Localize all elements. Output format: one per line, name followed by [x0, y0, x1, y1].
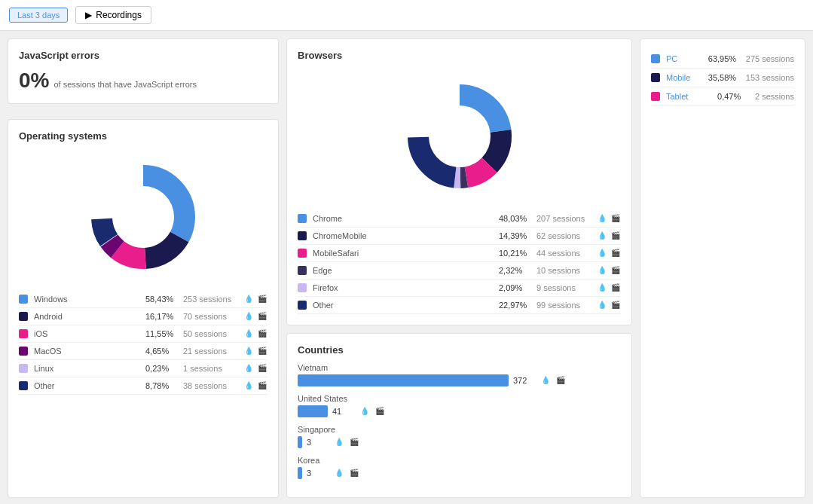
countries-panel: Countries Vietnam 372 💧 🎬 United States …	[286, 333, 632, 498]
js-errors-percent: 0%	[19, 69, 49, 93]
us-label: United States	[298, 394, 621, 403]
ios-drop-icon[interactable]: 💧	[243, 328, 254, 339]
firefox-percent: 2,09%	[499, 283, 536, 292]
firefox-color	[298, 283, 307, 292]
linux-sessions: 1 sessions	[183, 364, 243, 373]
pc-percent: 63,95%	[708, 54, 746, 63]
linux-rec-icon[interactable]: 🎬	[257, 363, 267, 374]
singapore-drop-icon[interactable]: 💧	[334, 437, 344, 447]
linux-label: Linux	[34, 364, 145, 373]
pc-color	[651, 54, 660, 63]
us-count: 41	[332, 407, 355, 416]
vietnam-bar	[298, 374, 509, 386]
chrome-color	[298, 214, 307, 223]
linux-drop-icon[interactable]: 💧	[243, 363, 254, 374]
browser-mobilesafari: MobileSafari 10,21% 44 sessions 💧 🎬	[298, 245, 621, 262]
ios-label: iOS	[34, 329, 145, 338]
android-rec-icon[interactable]: 🎬	[257, 311, 267, 322]
chromemobile-sessions: 62 sessions	[536, 231, 597, 240]
android-drop-icon[interactable]: 💧	[243, 311, 254, 322]
windows-drop-icon[interactable]: 💧	[243, 294, 254, 304]
os-other-rec-icon[interactable]: 🎬	[257, 380, 267, 391]
tablet-percent: 0,47%	[717, 92, 755, 101]
windows-icons: 💧 🎬	[243, 294, 267, 304]
countries-title: Countries	[298, 344, 621, 356]
android-icons: 💧 🎬	[243, 311, 267, 322]
mobilesafari-rec-icon[interactable]: 🎬	[610, 248, 621, 258]
country-vietnam: Vietnam 372 💧 🎬	[298, 363, 621, 386]
os-legend-item-ios: iOS 11,55% 50 sessions 💧 🎬	[19, 325, 267, 343]
edge-label: Edge	[313, 266, 499, 275]
us-rec-icon[interactable]: 🎬	[374, 406, 385, 417]
recordings-icon: ▶	[85, 10, 92, 20]
firefox-sessions: 9 sessions	[536, 283, 597, 292]
edge-sessions: 10 sessions	[536, 266, 597, 275]
korea-bar	[298, 467, 302, 479]
country-us: United States 41 💧 🎬	[298, 394, 621, 417]
macos-drop-icon[interactable]: 💧	[243, 346, 254, 356]
mobile-color	[651, 73, 660, 82]
vietnam-rec-icon[interactable]: 🎬	[555, 375, 566, 386]
svg-point-13	[431, 108, 488, 165]
singapore-count: 3	[307, 438, 329, 447]
edge-rec-icon[interactable]: 🎬	[610, 265, 621, 276]
macos-icons: 💧 🎬	[243, 346, 267, 356]
os-title: Operating systems	[19, 130, 267, 142]
time-filter-button[interactable]: Last 3 days	[9, 8, 68, 23]
os-legend: Windows 58,43% 253 sessions 💧 🎬 Android …	[19, 291, 267, 395]
macos-sessions: 21 sessions	[183, 347, 243, 356]
mobilesafari-color	[298, 249, 307, 258]
browsers-title: Browsers	[298, 50, 621, 61]
linux-percent: 0,23%	[145, 364, 183, 373]
os-other-drop-icon[interactable]: 💧	[243, 380, 254, 391]
browser-chrome: Chrome 48,03% 207 sessions 💧 🎬	[298, 210, 621, 228]
edge-drop-icon[interactable]: 💧	[597, 265, 607, 276]
device-mobile: Mobile 35,58% 153 sessions	[651, 69, 794, 87]
windows-sessions: 253 sessions	[183, 295, 243, 304]
os-panel: Operating systems W	[8, 119, 279, 498]
recordings-button[interactable]: ▶ Recordings	[75, 6, 151, 24]
windows-color	[19, 295, 28, 304]
chromemobile-rec-icon[interactable]: 🎬	[610, 231, 621, 241]
us-drop-icon[interactable]: 💧	[359, 406, 370, 417]
ios-icons: 💧 🎬	[243, 328, 267, 339]
mobilesafari-icons: 💧 🎬	[597, 248, 621, 258]
browsers-panel: Browsers Chrome 48,03%	[286, 38, 632, 325]
tablet-label: Tablet	[666, 92, 717, 101]
os-legend-item-android: Android 16,17% 70 sessions 💧 🎬	[19, 308, 267, 325]
android-sessions: 70 sessions	[183, 312, 243, 321]
chrome-rec-icon[interactable]: 🎬	[610, 213, 621, 224]
chromemobile-label: ChromeMobile	[313, 231, 499, 240]
browsers-donut-chart	[298, 69, 621, 204]
korea-drop-icon[interactable]: 💧	[334, 468, 344, 478]
singapore-bar	[298, 436, 302, 448]
firefox-drop-icon[interactable]: 💧	[597, 283, 607, 293]
korea-rec-icon[interactable]: 🎬	[349, 468, 359, 478]
linux-color	[19, 364, 28, 373]
chromemobile-percent: 14,39%	[499, 231, 536, 240]
pc-sessions: 275 sessions	[746, 54, 794, 63]
chromemobile-color	[298, 231, 307, 240]
singapore-rec-icon[interactable]: 🎬	[349, 437, 359, 447]
browser-other-drop-icon[interactable]: 💧	[597, 300, 607, 310]
windows-percent: 58,43%	[145, 295, 183, 304]
browser-chromemobile: ChromeMobile 14,39% 62 sessions 💧 🎬	[298, 228, 621, 245]
macos-rec-icon[interactable]: 🎬	[257, 346, 267, 356]
ios-rec-icon[interactable]: 🎬	[257, 328, 267, 339]
android-color	[19, 312, 28, 321]
js-errors-title: JavaScript errors	[19, 50, 267, 61]
mobilesafari-drop-icon[interactable]: 💧	[597, 248, 607, 258]
chromemobile-drop-icon[interactable]: 💧	[597, 231, 607, 241]
vietnam-label: Vietnam	[298, 363, 621, 372]
chrome-drop-icon[interactable]: 💧	[597, 213, 607, 224]
ios-color	[19, 329, 28, 338]
browser-other-rec-icon[interactable]: 🎬	[610, 300, 621, 310]
mobile-percent: 35,58%	[708, 73, 746, 82]
chrome-label: Chrome	[313, 214, 499, 223]
vietnam-drop-icon[interactable]: 💧	[540, 375, 551, 386]
country-korea: Korea 3 💧 🎬	[298, 456, 621, 479]
windows-rec-icon[interactable]: 🎬	[257, 294, 267, 304]
firefox-rec-icon[interactable]: 🎬	[610, 283, 621, 293]
os-donut-chart	[19, 149, 267, 285]
korea-label: Korea	[298, 456, 621, 465]
